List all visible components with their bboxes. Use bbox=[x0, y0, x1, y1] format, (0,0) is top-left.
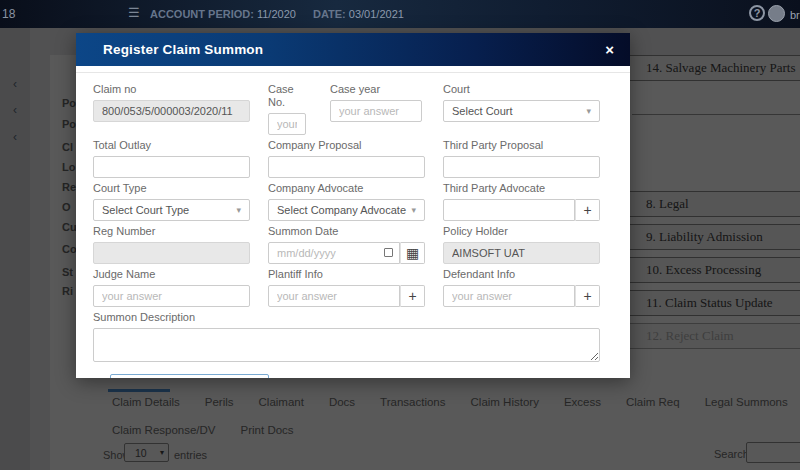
close-icon[interactable]: × bbox=[605, 42, 614, 57]
court-field: Court Select Court ▾ bbox=[443, 83, 600, 135]
modal-header: Register Claim Summon × bbox=[76, 33, 630, 66]
calendar-icon[interactable]: ▦ bbox=[400, 242, 425, 264]
chevron-down-icon: ▾ bbox=[586, 106, 591, 116]
company-proposal-input[interactable] bbox=[268, 156, 425, 178]
add-defendant-button[interactable]: + bbox=[575, 285, 600, 307]
case-fields: Case No. Case year bbox=[268, 83, 425, 135]
account-period-value: 11/2020 bbox=[257, 8, 296, 20]
add-plantiff-button[interactable]: + bbox=[400, 285, 425, 307]
add-third-party-advocate-button[interactable]: + bbox=[575, 199, 600, 221]
third-party-proposal-label: Third Party Proposal bbox=[443, 139, 600, 152]
company-advocate-selected-value: Select Company Advocate bbox=[277, 204, 406, 216]
modal-title: Register Claim Summon bbox=[103, 42, 263, 57]
company-advocate-label: Company Advocate bbox=[268, 182, 425, 195]
total-outlay-input[interactable] bbox=[93, 156, 250, 178]
judge-name-input[interactable] bbox=[93, 285, 250, 307]
total-outlay-label: Total Outlay bbox=[93, 139, 250, 152]
save-button[interactable]: Save bbox=[110, 374, 269, 378]
date-picker-icon[interactable] bbox=[384, 248, 393, 257]
company-advocate-select[interactable]: Select Company Advocate ▾ bbox=[268, 199, 425, 221]
policy-holder-field: Policy Holder bbox=[443, 225, 600, 264]
help-icon[interactable]: ? bbox=[749, 5, 765, 21]
summon-description-label: Summon Description bbox=[93, 311, 600, 324]
modal-body: Claim no Case No. Case year Court bbox=[76, 72, 630, 378]
avatar[interactable] bbox=[768, 5, 785, 22]
third-party-advocate-input[interactable] bbox=[443, 199, 575, 221]
third-party-advocate-label: Third Party Advocate bbox=[443, 182, 600, 195]
case-no-input[interactable] bbox=[268, 113, 306, 135]
judge-name-label: Judge Name bbox=[93, 268, 250, 281]
court-type-field: Court Type Select Court Type ▾ bbox=[93, 182, 250, 221]
date-label: DATE: bbox=[313, 8, 346, 20]
court-select[interactable]: Select Court ▾ bbox=[443, 100, 600, 122]
court-label: Court bbox=[443, 83, 600, 96]
date-value: 03/01/2021 bbox=[349, 8, 404, 20]
policy-holder-input bbox=[443, 242, 600, 264]
total-outlay-field: Total Outlay bbox=[93, 139, 250, 178]
case-no-field: Case No. bbox=[268, 83, 306, 135]
judge-name-field: Judge Name bbox=[93, 268, 250, 307]
court-selected-value: Select Court bbox=[452, 105, 513, 117]
hamburger-menu-icon[interactable]: ☰ bbox=[128, 5, 140, 20]
reg-number-label: Reg Number bbox=[93, 225, 250, 238]
court-type-label: Court Type bbox=[93, 182, 250, 195]
summon-date-field: Summon Date ▦ bbox=[268, 225, 425, 264]
plantiff-info-label: Plantiff Info bbox=[268, 268, 425, 281]
chevron-down-icon: ▾ bbox=[236, 205, 241, 215]
claim-no-label: Claim no bbox=[93, 83, 250, 96]
summon-date-input[interactable] bbox=[268, 242, 400, 264]
brand-fragment: 18 bbox=[2, 7, 15, 21]
company-proposal-label: Company Proposal bbox=[268, 139, 425, 152]
claim-no-field: Claim no bbox=[93, 83, 250, 135]
defendant-info-field: Defendant Info + bbox=[443, 268, 600, 307]
defendant-info-input[interactable] bbox=[443, 285, 575, 307]
case-no-label: Case No. bbox=[268, 83, 306, 109]
court-type-selected-value: Select Court Type bbox=[102, 204, 189, 216]
reg-number-field: Reg Number bbox=[93, 225, 250, 264]
summon-description-textarea[interactable] bbox=[93, 328, 600, 362]
court-type-select[interactable]: Select Court Type ▾ bbox=[93, 199, 250, 221]
third-party-advocate-field: Third Party Advocate + bbox=[443, 182, 600, 221]
claim-no-input bbox=[93, 100, 250, 122]
case-year-label: Case year bbox=[330, 83, 422, 96]
account-period-label: ACCOUNT PERIOD: bbox=[150, 8, 254, 20]
register-claim-summon-modal: Register Claim Summon × Claim no Case No… bbox=[76, 33, 630, 378]
company-proposal-field: Company Proposal bbox=[268, 139, 425, 178]
case-year-field: Case year bbox=[330, 83, 422, 135]
summon-date-label: Summon Date bbox=[268, 225, 425, 238]
account-period-bar: ACCOUNT PERIOD: 11/2020 DATE: 03/01/2021 bbox=[150, 8, 418, 20]
app-window: 18 ☰ ACCOUNT PERIOD: 11/2020 DATE: 03/01… bbox=[0, 0, 800, 470]
company-advocate-field: Company Advocate Select Company Advocate… bbox=[268, 182, 425, 221]
third-party-proposal-field: Third Party Proposal bbox=[443, 139, 600, 178]
plantiff-info-input[interactable] bbox=[268, 285, 400, 307]
chevron-down-icon: ▾ bbox=[411, 205, 416, 215]
defendant-info-label: Defendant Info bbox=[443, 268, 600, 281]
case-year-input[interactable] bbox=[330, 100, 422, 122]
plantiff-info-field: Plantiff Info + bbox=[268, 268, 425, 307]
third-party-proposal-input[interactable] bbox=[443, 156, 600, 178]
reg-number-input bbox=[93, 242, 250, 264]
username: br bbox=[790, 9, 800, 21]
top-bar: 18 ☰ ACCOUNT PERIOD: 11/2020 DATE: 03/01… bbox=[0, 0, 800, 28]
policy-holder-label: Policy Holder bbox=[443, 225, 600, 238]
summon-description-field: Summon Description bbox=[93, 311, 600, 366]
